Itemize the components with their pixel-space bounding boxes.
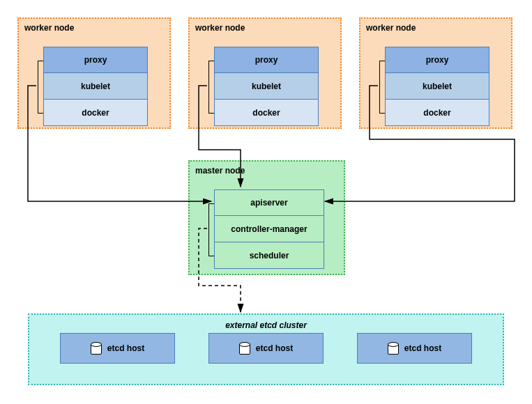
kubelet-box: kubelet (385, 73, 489, 100)
worker-node-2: worker node proxy kubelet docker (188, 17, 342, 129)
etcd-host: etcd host (60, 333, 175, 364)
etcd-host-label: etcd host (107, 343, 144, 353)
apiserver-box: apiserver (214, 189, 324, 216)
scheduler-box: scheduler (214, 242, 324, 269)
database-icon (239, 342, 249, 355)
worker-node-title: worker node (19, 19, 169, 36)
etcd-host: etcd host (208, 333, 324, 364)
etcd-host: etcd host (357, 333, 472, 364)
master-stack: apiserver controller-manager scheduler (214, 189, 324, 269)
master-node: master node apiserver controller-manager… (188, 160, 345, 275)
bracket-icon (38, 61, 43, 114)
worker-node-1: worker node proxy kubelet docker (17, 17, 171, 129)
etcd-cluster-title: external etcd cluster (29, 315, 503, 333)
kubelet-box: kubelet (43, 73, 148, 100)
worker-node-title: worker node (360, 19, 511, 36)
controller-manager-box: controller-manager (214, 216, 324, 242)
database-icon (388, 342, 397, 355)
docker-box: docker (385, 100, 489, 126)
bracket-icon (379, 61, 385, 114)
docker-box: docker (43, 100, 148, 126)
bracket-icon (208, 61, 214, 114)
docker-box: docker (214, 100, 319, 126)
etcd-hosts: etcd host etcd host etcd host (29, 333, 503, 364)
kubelet-box: kubelet (214, 73, 319, 100)
etcd-cluster: external etcd cluster etcd host etcd hos… (28, 313, 504, 385)
master-node-title: master node (190, 162, 344, 178)
etcd-host-label: etcd host (404, 343, 441, 353)
database-icon (91, 342, 100, 355)
bracket-icon (208, 203, 214, 256)
worker-node-3: worker node proxy kubelet docker (359, 17, 512, 129)
proxy-box: proxy (43, 47, 148, 73)
proxy-box: proxy (385, 47, 489, 73)
proxy-box: proxy (214, 47, 319, 73)
worker-node-title: worker node (190, 19, 340, 36)
worker-stack: proxy kubelet docker (385, 47, 489, 126)
etcd-host-label: etcd host (256, 343, 293, 353)
worker-stack: proxy kubelet docker (43, 47, 148, 126)
worker-stack: proxy kubelet docker (214, 47, 319, 126)
